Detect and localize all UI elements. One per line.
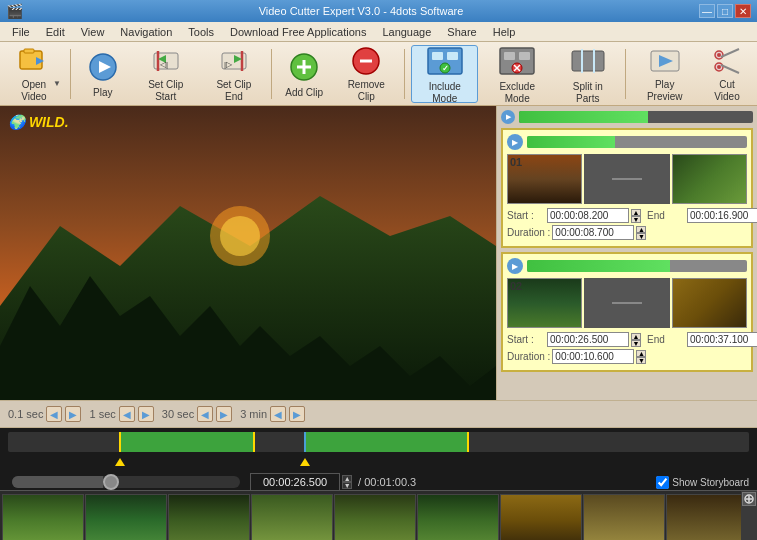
svg-rect-19 [432,52,443,60]
clip-01-start-input[interactable] [547,208,629,223]
set-clip-start-icon: ◁| [148,45,184,77]
split-in-parts-label: Split in Parts [561,81,614,105]
set-clip-end-button[interactable]: |▷ Set Clip End [203,45,266,103]
play-preview-button[interactable]: Play Preview [632,45,697,103]
clip-panel-play[interactable]: ▶ [501,110,515,124]
set-clip-start-label: Set Clip Start [138,79,194,103]
svg-line-36 [721,49,739,57]
total-time-display: / 00:01:00.3 [358,476,416,488]
clip-02-start-spin[interactable]: ▲ ▼ [631,333,641,347]
clip-num-02: 02 [510,280,522,292]
include-mode-icon: ✓ [427,43,463,79]
menu-language[interactable]: Language [374,24,439,40]
scale-1sec-prev[interactable]: ◀ [119,406,135,422]
menu-file[interactable]: File [4,24,38,40]
timeline-clip-2 [304,432,467,452]
filmstrip-zoom-in[interactable] [742,492,756,506]
menu-view[interactable]: View [73,24,113,40]
filmstrip-frame-6: 00:00:06.0 [500,494,582,540]
titlebar-title: Video Cutter Expert V3.0 - 4dots Softwar… [259,5,464,17]
set-clip-start-button[interactable]: ◁| Set Clip Start [133,45,199,103]
clip-01-end-input[interactable] [687,208,757,223]
maximize-button[interactable]: □ [717,4,733,18]
open-video-icon [16,45,52,77]
marker-triangle-2 [300,458,310,466]
marker-triangle-1 [115,458,125,466]
clip-02-start-label: Start : [507,334,545,345]
play-button[interactable]: Play [77,45,129,103]
open-video-button[interactable]: Open Video ▼ [4,45,64,103]
toolbar-sep-4 [625,49,626,99]
scale-01sec: 0.1 sec ◀ ▶ [8,406,81,422]
clips-panel: ▶ ▶ 01 [496,106,757,400]
scrubber-thumb[interactable] [103,474,119,490]
menu-edit[interactable]: Edit [38,24,73,40]
scrubber-track[interactable] [12,476,240,488]
scale-3min-prev[interactable]: ◀ [270,406,286,422]
timeline-track[interactable] [8,432,749,452]
set-clip-end-label: Set Clip End [208,79,261,103]
filmstrip-frame-7: 00:00:07.0 [583,494,665,540]
menu-navigation[interactable]: Navigation [112,24,180,40]
titlebar: 🎬 Video Cutter Expert V3.0 - 4dots Softw… [0,0,757,22]
clip-01-dur-input[interactable] [552,225,634,240]
menu-help[interactable]: Help [485,24,524,40]
scale-30sec: 30 sec ◀ ▶ [162,406,232,422]
current-time-input[interactable] [250,473,340,490]
split-in-parts-icon [570,43,606,79]
storyboard-checkbox-label[interactable]: Show Storyboard [656,476,749,489]
play-preview-label: Play Preview [637,79,692,103]
scale-30sec-next[interactable]: ▶ [216,406,232,422]
scale-1sec-next[interactable]: ▶ [138,406,154,422]
clip-02-end-label: End [647,334,685,345]
scale-3min: 3 min ◀ ▶ [240,406,305,422]
svg-rect-24 [504,52,515,60]
clip-02-end-input[interactable] [687,332,757,347]
time-spin[interactable]: ▲ ▼ [342,475,352,489]
clip-02-dur-spin[interactable]: ▲ ▼ [636,350,646,364]
timeline-area[interactable]: ▲ ▼ / 00:01:00.3 Show Storyboard [0,428,757,490]
menu-share[interactable]: Share [439,24,484,40]
svg-point-39 [717,65,721,69]
clip-01-start-label: Start : [507,210,545,221]
exclude-mode-icon [499,43,535,79]
close-button[interactable]: ✕ [735,4,751,18]
menu-tools[interactable]: Tools [180,24,222,40]
filmstrip-frame-2: 00:00:02.0 [168,494,250,540]
clip-01-play[interactable]: ▶ [507,134,523,150]
scale-01sec-next[interactable]: ▶ [65,406,81,422]
clip-01-dur-label: Duration : [507,227,550,238]
clip-02-dur-input[interactable] [552,349,634,364]
scale-01sec-label: 0.1 sec [8,408,43,420]
split-in-parts-button[interactable]: Split in Parts [556,45,619,103]
clip-02-start-input[interactable] [547,332,629,347]
current-time-input-wrapper[interactable]: ▲ ▼ [250,473,352,490]
filmstrip: 00:00:00.0 00:00:01.0 00:00:02.0 00:00:0… [0,490,757,540]
set-clip-end-icon: |▷ [216,45,252,77]
timeline-clip-1 [119,432,252,452]
svg-text:◁|: ◁| [160,60,168,69]
svg-rect-20 [447,52,458,60]
scale-01sec-prev[interactable]: ◀ [46,406,62,422]
timeline-controls: 0.1 sec ◀ ▶ 1 sec ◀ ▶ 30 sec ◀ ▶ 3 min ◀… [0,400,757,428]
remove-clip-button[interactable]: Remove Clip [334,45,398,103]
timeline-marker-4 [467,432,469,452]
storyboard-checkbox[interactable] [656,476,669,489]
minimize-button[interactable]: — [699,4,715,18]
brand-logo: 🌍 WILD. [8,114,69,130]
cut-video-button[interactable]: Cut Video [701,45,753,103]
exclude-mode-button[interactable]: Exclude Mode [482,45,552,103]
video-preview: 🌍 WILD. [0,106,496,400]
svg-point-38 [717,53,721,57]
scale-30sec-prev[interactable]: ◀ [197,406,213,422]
clip-01-dur-spin[interactable]: ▲ ▼ [636,226,646,240]
clip-01-end-label: End [647,210,685,221]
include-mode-button[interactable]: ✓ Include Mode [411,45,478,103]
scale-3min-next[interactable]: ▶ [289,406,305,422]
scale-3min-label: 3 min [240,408,267,420]
filmstrip-frame-3: 00:00:03.0 [251,494,333,540]
clip-01-start-spin[interactable]: ▲ ▼ [631,209,641,223]
clip-02-play[interactable]: ▶ [507,258,523,274]
add-clip-button[interactable]: Add Clip [278,45,330,103]
menu-download[interactable]: Download Free Applications [222,24,374,40]
